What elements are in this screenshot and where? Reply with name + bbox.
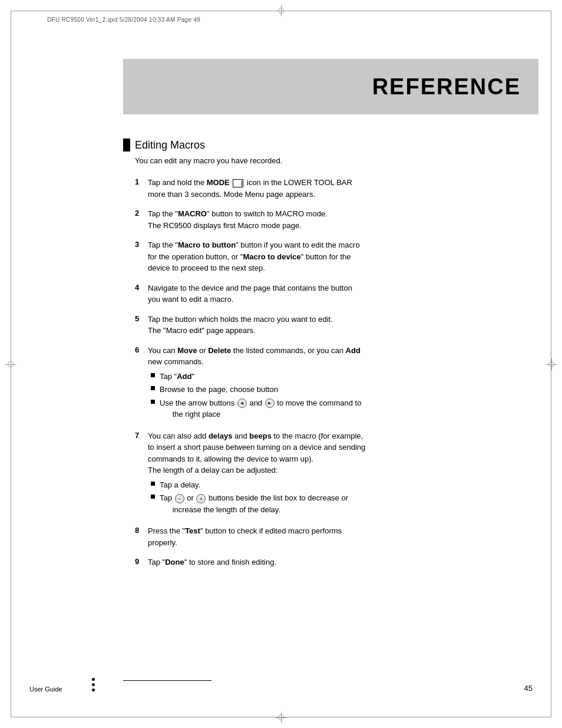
step-7-bullets: Tap a delay. Tap or buttons beside the l… [151, 479, 533, 516]
step-1: 1 Tap and hold the MODE icon in the LOWE… [135, 177, 533, 200]
step-2-content: Tap the "MACRO" button to switch to MACR… [148, 208, 533, 231]
bullet-6-3: Use the arrow buttons and to move the co… [151, 397, 533, 420]
step-1-number: 1 [135, 177, 148, 186]
step-6: 6 You can Move or Delete the listed comm… [135, 345, 533, 422]
section-title: Editing Macros [135, 139, 205, 151]
delay-minus-icon [175, 494, 184, 503]
step-8: 8 Press the "Test" button to check if ed… [135, 525, 533, 548]
step-4-content: Navigate to the device and the page that… [148, 282, 533, 305]
step-5-number: 5 [135, 314, 148, 323]
step-9-number: 9 [135, 556, 148, 566]
mode-icon [233, 179, 243, 187]
step-3: 3 Tap the "Macro to button" button if yo… [135, 239, 533, 274]
delay-plus-icon [196, 494, 206, 503]
bullet-icon [151, 495, 155, 499]
step-9: 9 Tap "Done" to store and finish editing… [135, 556, 533, 568]
section-intro: You can edit any macro you have recorded… [135, 156, 533, 165]
step-4-number: 4 [135, 282, 148, 292]
reg-mark-left [5, 358, 16, 370]
section-bar-icon [123, 139, 130, 151]
footer-dot-2 [92, 683, 95, 686]
step-7-number: 7 [135, 430, 148, 440]
bullet-7-2-text: Tap or buttons beside the list box to de… [160, 492, 348, 515]
reference-banner: REFERENCE [123, 59, 538, 114]
step-8-number: 8 [135, 525, 148, 535]
main-content: Editing Macros You can edit any macro yo… [123, 139, 533, 577]
reference-title: REFERENCE [372, 74, 521, 100]
bullet-6-1-text: Tap "Add" [160, 371, 194, 383]
file-info: DFU RC9500 Ver1_2.qxd 5/28/2004 10:33 AM… [47, 17, 200, 23]
step-5-content: Tap the button which holds the macro you… [148, 314, 533, 337]
bullet-icon [151, 482, 155, 486]
footer-dot-1 [92, 678, 95, 681]
bullet-7-1: Tap a delay. [151, 479, 533, 491]
reg-mark-top [275, 5, 287, 17]
bullet-7-1-text: Tap a delay. [160, 479, 200, 491]
section-header: Editing Macros [123, 139, 533, 151]
bullet-7-2: Tap or buttons beside the list box to de… [151, 492, 533, 515]
step-3-number: 3 [135, 239, 148, 249]
bullet-icon [151, 386, 155, 390]
step-6-bullets: Tap "Add" Browse to the page, choose but… [151, 371, 533, 420]
step-7-content: You can also add delays and beeps to the… [148, 430, 533, 518]
reg-mark-right [546, 358, 557, 370]
step-8-content: Press the "Test" button to check if edit… [148, 525, 533, 548]
arrow-right-icon [265, 398, 275, 408]
footer-label: User Guide [29, 686, 62, 693]
step-2-number: 2 [135, 208, 148, 218]
footer-dots [92, 678, 95, 693]
step-6-content: You can Move or Delete the listed comman… [148, 345, 533, 422]
step-1-content: Tap and hold the MODE icon in the LOWER … [148, 177, 533, 200]
step-9-content: Tap "Done" to store and finish editing. [148, 556, 533, 568]
bullet-icon [151, 373, 155, 377]
bullet-6-1: Tap "Add" [151, 371, 533, 383]
step-3-content: Tap the "Macro to button" button if you … [148, 239, 533, 274]
step-6-number: 6 [135, 345, 148, 354]
footer-dot-3 [92, 689, 95, 691]
step-7: 7 You can also add delays and beeps to t… [135, 430, 533, 518]
bullet-6-3-text: Use the arrow buttons and to move the co… [160, 397, 361, 420]
reg-mark-bottom [275, 711, 287, 723]
step-4: 4 Navigate to the device and the page th… [135, 282, 533, 305]
arrow-left-icon [237, 398, 247, 408]
step-2: 2 Tap the "MACRO" button to switch to MA… [135, 208, 533, 231]
footer: User Guide 45 [29, 678, 533, 693]
step-5: 5 Tap the button which holds the macro y… [135, 314, 533, 337]
bullet-6-2-text: Browse to the page, choose button [160, 384, 278, 396]
bullet-6-2: Browse to the page, choose button [151, 384, 533, 396]
footer-right: 45 [524, 684, 533, 693]
steps-container: 1 Tap and hold the MODE icon in the LOWE… [135, 177, 533, 568]
bullet-icon [151, 400, 155, 404]
page-number: 45 [524, 684, 533, 693]
